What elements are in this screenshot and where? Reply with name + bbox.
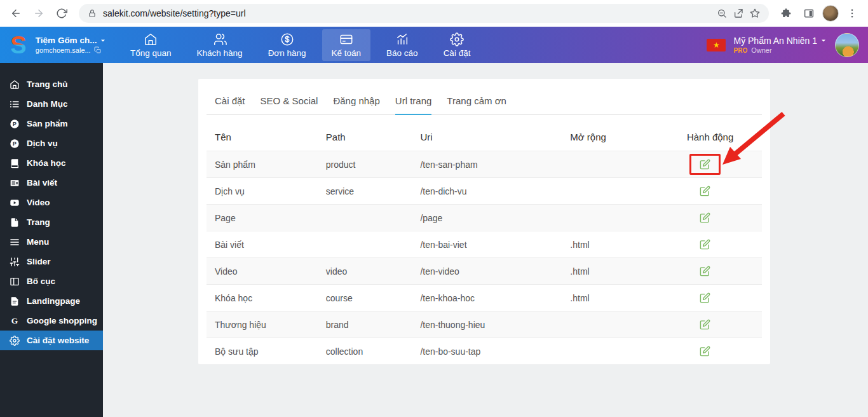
sidebar-item-dich-vu[interactable]: P Dịch vụ <box>0 133 103 153</box>
bookmark-star-icon[interactable] <box>750 8 760 18</box>
cell-action <box>679 231 762 258</box>
salekit-logo: S S <box>6 31 31 59</box>
browser-profile-avatar[interactable] <box>822 5 839 22</box>
cell-ten: Page <box>207 205 318 231</box>
sidebar-item-trang[interactable]: Trang <box>0 212 103 232</box>
back-button[interactable] <box>6 4 25 23</box>
edit-icon[interactable] <box>700 346 710 357</box>
sidebar-item-danh-muc[interactable]: Danh Mục <box>0 94 103 114</box>
shop-name[interactable]: Tiệm Gốm ch... <box>36 36 97 45</box>
browser-toolbar: salekit.com/website/setting?type=url <box>0 0 868 27</box>
forward-button[interactable] <box>29 4 48 23</box>
cell-path: service <box>318 178 412 205</box>
edit-icon[interactable] <box>700 319 710 330</box>
icon-wrap <box>689 314 721 335</box>
credit-card-icon <box>339 32 353 46</box>
column-header-4: Hành động <box>679 115 762 151</box>
nav-label: Tổng quan <box>130 48 172 58</box>
bar-chart-icon <box>395 32 409 46</box>
sidebar-item-label: Danh Mục <box>27 99 68 109</box>
tab-url-trang[interactable]: Url trang <box>395 95 432 115</box>
table-body: Sản phẩm product /ten-san-pham Dịch vụ s… <box>207 151 762 365</box>
account-avatar[interactable] <box>835 33 859 57</box>
cell-path <box>318 231 412 258</box>
topbar-nav-ke-toan[interactable]: Kế toán <box>322 29 371 61</box>
columns-icon <box>10 277 20 287</box>
tab-cai-dat[interactable]: Cài đặt <box>215 95 245 114</box>
cell-ext <box>562 311 679 338</box>
circle-p-icon: P <box>10 139 20 149</box>
edit-icon[interactable] <box>700 159 710 170</box>
arrow-left-icon <box>10 8 22 19</box>
address-bar[interactable]: salekit.com/website/setting?type=url <box>79 4 769 23</box>
vietnam-flag-icon[interactable]: ★ <box>707 39 726 51</box>
cell-ten: Sản phẩm <box>207 151 318 178</box>
cell-action <box>679 151 762 178</box>
annotation-highlight-box <box>689 154 721 175</box>
sidebar-item-landingpage[interactable]: Landingpage <box>0 291 103 311</box>
caret-down-icon[interactable] <box>820 37 827 44</box>
topbar-nav-khach-hang[interactable]: Khách hàng <box>187 29 252 61</box>
sidebar-item-video[interactable]: Video <box>0 193 103 212</box>
share-icon[interactable] <box>733 8 743 18</box>
shop-switcher[interactable]: S S Tiệm Gốm ch... gomchoem.sale... <box>0 31 107 59</box>
edit-icon[interactable] <box>700 186 710 196</box>
icon-wrap <box>689 261 721 282</box>
cell-path: video <box>318 258 412 285</box>
sidebar-item-trang-chu[interactable]: Trang chủ <box>0 74 103 94</box>
zoom-out-icon[interactable] <box>717 8 727 18</box>
nav-label: Khách hàng <box>197 48 243 58</box>
cell-ext <box>562 178 679 205</box>
refresh-button[interactable] <box>52 4 71 23</box>
cell-path <box>318 205 412 231</box>
sidebar-item-label: Landingpage <box>27 296 80 306</box>
table-row: Bài viết /ten-bai-viet .html <box>207 231 762 258</box>
sidebar-item-san-pham[interactable]: P Sản phẩm <box>0 114 103 133</box>
video-icon <box>10 198 20 208</box>
sidebar-item-google-shopping[interactable]: G Google shopping <box>0 311 103 331</box>
sidebar-item-label: Trang chủ <box>27 79 68 89</box>
topbar-nav-cai-dat[interactable]: Cài đặt <box>434 29 480 61</box>
edit-icon[interactable] <box>700 292 710 303</box>
menu-icon <box>10 237 20 247</box>
url-text[interactable]: salekit.com/website/setting?type=url <box>103 8 710 18</box>
edit-icon[interactable] <box>700 266 710 277</box>
tab-dang-nhap[interactable]: Đăng nhập <box>333 95 379 114</box>
tab-trang-cam-on[interactable]: Trang cảm ơn <box>447 95 506 114</box>
sidebar-item-slider[interactable]: Slider <box>0 252 103 271</box>
sidebar-item-bo-cuc[interactable]: Bố cục <box>0 271 103 291</box>
topbar-nav-bao-cao[interactable]: Báo cáo <box>377 29 428 61</box>
sidebar-item-menu[interactable]: Menu <box>0 232 103 252</box>
nav-label: Báo cáo <box>386 48 418 58</box>
cell-action <box>679 285 762 311</box>
sidebar-item-bai-viet[interactable]: Bài viết <box>0 173 103 193</box>
sidebar-item-label: Khóa học <box>27 158 66 168</box>
lock-icon <box>88 9 97 18</box>
cell-ten: Dịch vụ <box>207 178 318 205</box>
side-panel-button[interactable] <box>799 4 818 23</box>
sidebar-item-label: Menu <box>27 237 49 247</box>
cell-ten: Khóa học <box>207 285 318 311</box>
browser-menu-button[interactable] <box>843 4 862 23</box>
caret-down-icon[interactable] <box>99 37 107 44</box>
sidebar-item-khoa-hoc[interactable]: Khóa học <box>0 153 103 173</box>
account-area: ★ Mỹ Phẩm An Nhiên 1 PRO Owner <box>707 33 868 57</box>
home-icon <box>10 79 20 90</box>
settings-tabs: Cài đặtSEO & SocialĐăng nhậpUrl trangTra… <box>207 79 762 115</box>
sidebar-item-cai-dat-website[interactable]: Cài đặt website <box>0 331 103 350</box>
topbar-nav-tong-quan[interactable]: Tổng quan <box>121 29 181 61</box>
extensions-button[interactable] <box>776 4 796 23</box>
sidebar-item-label: Video <box>27 198 50 207</box>
edit-icon[interactable] <box>700 212 710 223</box>
sidebar-item-label: Google shopping <box>27 316 97 325</box>
svg-text:G: G <box>11 316 18 325</box>
topbar-nav-don-hang[interactable]: Đơn hàng <box>259 29 316 61</box>
tab-seo-social[interactable]: SEO & Social <box>261 95 318 114</box>
refresh-icon <box>56 8 67 19</box>
table-row: Video video /ten-video .html <box>207 258 762 285</box>
sidebar-item-label: Bố cục <box>27 277 55 286</box>
edit-icon[interactable] <box>700 239 710 250</box>
account-name[interactable]: Mỹ Phẩm An Nhiên 1 <box>733 36 817 46</box>
copy-icon[interactable] <box>94 46 102 54</box>
column-header-2: Uri <box>412 115 562 151</box>
